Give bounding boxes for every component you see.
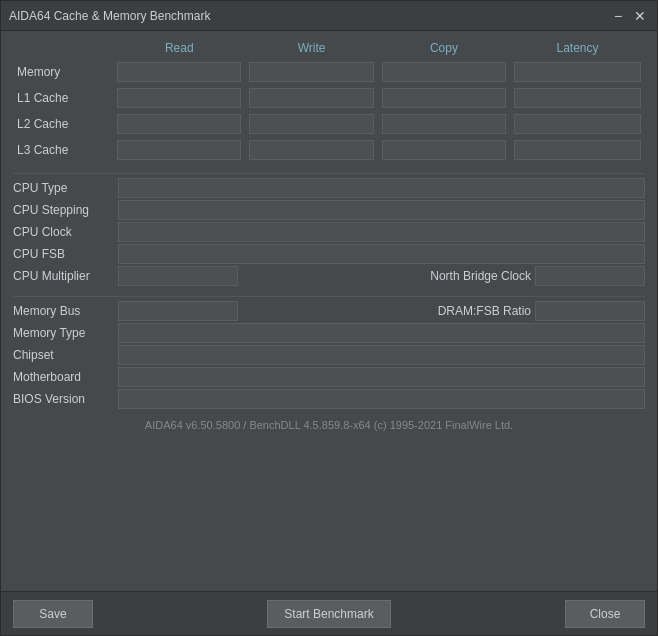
row-label-0: Memory <box>13 59 113 85</box>
latency-input-2[interactable] <box>514 114 641 134</box>
row-copy-2 <box>378 111 510 137</box>
cpu-section: CPU Type CPU Stepping CPU Clock CPU FSB … <box>13 178 645 288</box>
close-button[interactable]: Close <box>565 600 645 628</box>
read-input-2[interactable] <box>117 114 241 134</box>
col-label <box>13 39 113 59</box>
cpu-label-3: CPU FSB <box>13 247 118 261</box>
mem-row-2: Chipset <box>13 345 645 365</box>
cpu-right-4: North Bridge Clock <box>238 266 645 286</box>
button-bar: Save Start Benchmark Close <box>1 591 657 635</box>
divider-2 <box>13 296 645 297</box>
memory-section: Memory Bus DRAM:FSB Ratio Memory Type Ch… <box>13 301 645 411</box>
mem-label-4: BIOS Version <box>13 392 118 406</box>
row-label-2: L2 Cache <box>13 111 113 137</box>
cpu-input-3[interactable] <box>118 244 645 264</box>
copy-input-3[interactable] <box>382 140 506 160</box>
row-copy-1 <box>378 85 510 111</box>
write-input-0[interactable] <box>249 62 373 82</box>
copy-input-2[interactable] <box>382 114 506 134</box>
cpu-row-2: CPU Clock <box>13 222 645 242</box>
cpu-label-0: CPU Type <box>13 181 118 195</box>
cpu-input-0[interactable] <box>118 178 645 198</box>
row-read-0 <box>113 59 245 85</box>
cpu-input-1[interactable] <box>118 200 645 220</box>
mem-input-3[interactable] <box>118 367 645 387</box>
cpu-input-4[interactable] <box>118 266 238 286</box>
cpu-label-2: CPU Clock <box>13 225 118 239</box>
cpu-right-input-4[interactable] <box>535 266 645 286</box>
save-button[interactable]: Save <box>13 600 93 628</box>
col-read: Read <box>113 39 245 59</box>
mem-right-0: DRAM:FSB Ratio <box>238 301 645 321</box>
table-row: L2 Cache <box>13 111 645 137</box>
row-label-3: L3 Cache <box>13 137 113 163</box>
row-copy-0 <box>378 59 510 85</box>
title-bar-controls: − ✕ <box>609 7 649 25</box>
row-read-2 <box>113 111 245 137</box>
row-latency-0 <box>510 59 645 85</box>
table-row: L3 Cache <box>13 137 645 163</box>
row-latency-2 <box>510 111 645 137</box>
footer-text: AIDA64 v6.50.5800 / BenchDLL 4.5.859.8-x… <box>13 415 645 437</box>
mem-row-4: BIOS Version <box>13 389 645 409</box>
col-copy: Copy <box>378 39 510 59</box>
cpu-row-4: CPU Multiplier North Bridge Clock <box>13 266 645 286</box>
cpu-right-label-4: North Bridge Clock <box>430 269 531 283</box>
row-write-2 <box>245 111 377 137</box>
mem-label-3: Motherboard <box>13 370 118 384</box>
row-write-1 <box>245 85 377 111</box>
mem-right-label-0: DRAM:FSB Ratio <box>438 304 531 318</box>
cpu-input-2[interactable] <box>118 222 645 242</box>
row-write-0 <box>245 59 377 85</box>
mem-input-0[interactable] <box>118 301 238 321</box>
copy-input-0[interactable] <box>382 62 506 82</box>
mem-input-4[interactable] <box>118 389 645 409</box>
read-input-0[interactable] <box>117 62 241 82</box>
latency-input-1[interactable] <box>514 88 641 108</box>
table-header-row: Read Write Copy Latency <box>13 39 645 59</box>
mem-label-0: Memory Bus <box>13 304 118 318</box>
latency-input-3[interactable] <box>514 140 641 160</box>
row-read-3 <box>113 137 245 163</box>
cpu-row-1: CPU Stepping <box>13 200 645 220</box>
latency-input-0[interactable] <box>514 62 641 82</box>
mem-row-1: Memory Type <box>13 323 645 343</box>
mem-label-2: Chipset <box>13 348 118 362</box>
col-latency: Latency <box>510 39 645 59</box>
row-copy-3 <box>378 137 510 163</box>
divider-1 <box>13 173 645 174</box>
write-input-2[interactable] <box>249 114 373 134</box>
table-row: L1 Cache <box>13 85 645 111</box>
window-title: AIDA64 Cache & Memory Benchmark <box>9 9 609 23</box>
row-latency-1 <box>510 85 645 111</box>
main-window: AIDA64 Cache & Memory Benchmark − ✕ Read… <box>0 0 658 636</box>
content-area: Read Write Copy Latency Memory L1 Cache … <box>1 31 657 591</box>
row-write-3 <box>245 137 377 163</box>
read-input-3[interactable] <box>117 140 241 160</box>
cpu-row-0: CPU Type <box>13 178 645 198</box>
cpu-row-3: CPU FSB <box>13 244 645 264</box>
title-bar: AIDA64 Cache & Memory Benchmark − ✕ <box>1 1 657 31</box>
mem-label-1: Memory Type <box>13 326 118 340</box>
cpu-label-1: CPU Stepping <box>13 203 118 217</box>
minimize-button[interactable]: − <box>609 7 627 25</box>
write-input-3[interactable] <box>249 140 373 160</box>
mem-input-1[interactable] <box>118 323 645 343</box>
benchmark-table: Read Write Copy Latency Memory L1 Cache … <box>13 39 645 163</box>
write-input-1[interactable] <box>249 88 373 108</box>
row-read-1 <box>113 85 245 111</box>
copy-input-1[interactable] <box>382 88 506 108</box>
mem-right-input-0[interactable] <box>535 301 645 321</box>
mem-input-2[interactable] <box>118 345 645 365</box>
close-title-button[interactable]: ✕ <box>631 7 649 25</box>
row-latency-3 <box>510 137 645 163</box>
cpu-label-4: CPU Multiplier <box>13 269 118 283</box>
table-row: Memory <box>13 59 645 85</box>
row-label-1: L1 Cache <box>13 85 113 111</box>
mem-row-3: Motherboard <box>13 367 645 387</box>
mem-row-0: Memory Bus DRAM:FSB Ratio <box>13 301 645 321</box>
start-benchmark-button[interactable]: Start Benchmark <box>267 600 390 628</box>
col-write: Write <box>245 39 377 59</box>
read-input-1[interactable] <box>117 88 241 108</box>
